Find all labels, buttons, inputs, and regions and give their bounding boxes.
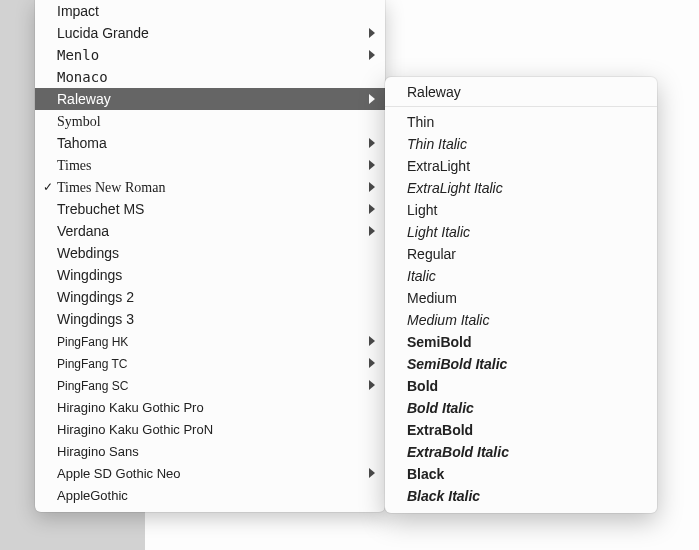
- font-menu-item-label: Apple SD Gothic Neo: [57, 463, 181, 485]
- font-style-item-label: Light Italic: [407, 224, 470, 240]
- font-menu-item[interactable]: Times: [35, 154, 385, 176]
- font-menu-item[interactable]: PingFang HK: [35, 330, 385, 352]
- font-menu-item[interactable]: Wingdings: [35, 264, 385, 286]
- chevron-right-icon: [369, 160, 375, 170]
- chevron-right-icon: [369, 138, 375, 148]
- font-style-item-label: ExtraLight Italic: [407, 180, 503, 196]
- font-style-item[interactable]: Medium: [385, 287, 657, 309]
- font-style-item-label: Medium: [407, 290, 457, 306]
- font-menu-item-label: Times New Roman: [57, 177, 165, 199]
- font-family-menu[interactable]: ImpactLucida GrandeMenloMonacoRalewaySym…: [35, 0, 385, 512]
- chevron-right-icon: [369, 50, 375, 60]
- font-style-item[interactable]: ExtraLight Italic: [385, 177, 657, 199]
- font-style-item[interactable]: ExtraBold: [385, 419, 657, 441]
- font-menu-item-label: Tahoma: [57, 132, 107, 154]
- font-menu-item[interactable]: ✓Times New Roman: [35, 176, 385, 198]
- font-menu-item[interactable]: Raleway: [35, 88, 385, 110]
- font-menu-item[interactable]: Menlo: [35, 44, 385, 66]
- font-menu-item-label: Lucida Grande: [57, 22, 149, 44]
- font-style-item-label: Thin: [407, 114, 434, 130]
- font-menu-item[interactable]: Webdings: [35, 242, 385, 264]
- font-menu-item[interactable]: Hiragino Sans: [35, 440, 385, 462]
- font-menu-item-label: Trebuchet MS: [57, 198, 144, 220]
- font-menu-item[interactable]: Lucida Grande: [35, 22, 385, 44]
- font-menu-item-label: Wingdings 2: [57, 286, 134, 308]
- chevron-right-icon: [369, 358, 375, 368]
- font-menu-item-label: Menlo: [57, 44, 99, 66]
- font-menu-item[interactable]: Apple SD Gothic Neo: [35, 462, 385, 484]
- font-menu-item-label: Hiragino Sans: [57, 441, 139, 463]
- font-menu-item[interactable]: Trebuchet MS: [35, 198, 385, 220]
- font-menu-item[interactable]: Hiragino Kaku Gothic Pro: [35, 396, 385, 418]
- font-menu-item[interactable]: PingFang TC: [35, 352, 385, 374]
- font-menu-item[interactable]: Tahoma: [35, 132, 385, 154]
- font-menu-item-label: Webdings: [57, 242, 119, 264]
- font-style-item[interactable]: Thin Italic: [385, 133, 657, 155]
- font-style-item-label: ExtraBold: [407, 422, 473, 438]
- font-style-item[interactable]: Thin: [385, 111, 657, 133]
- font-menu-item-label: Hiragino Kaku Gothic ProN: [57, 419, 213, 441]
- font-menu-item-label: Times: [57, 155, 92, 177]
- font-style-item-label: ExtraBold Italic: [407, 444, 509, 460]
- font-menu-item-label: Raleway: [57, 88, 111, 110]
- font-menu-item-label: AppleGothic: [57, 485, 128, 507]
- font-menu-item-label: Impact: [57, 0, 99, 22]
- font-menu-item-label: Symbol: [57, 111, 101, 133]
- font-menu-item-label: PingFang HK: [57, 331, 128, 353]
- font-menu-item-label: Wingdings: [57, 264, 122, 286]
- font-style-item[interactable]: Bold: [385, 375, 657, 397]
- font-style-item[interactable]: Light: [385, 199, 657, 221]
- font-menu-item[interactable]: Monaco: [35, 66, 385, 88]
- font-menu-item[interactable]: Verdana: [35, 220, 385, 242]
- chevron-right-icon: [369, 94, 375, 104]
- font-style-item[interactable]: SemiBold Italic: [385, 353, 657, 375]
- chevron-right-icon: [369, 336, 375, 346]
- font-style-item[interactable]: Medium Italic: [385, 309, 657, 331]
- chevron-right-icon: [369, 182, 375, 192]
- chevron-right-icon: [369, 204, 375, 214]
- checkmark-icon: ✓: [41, 176, 55, 198]
- font-menu-item-label: Wingdings 3: [57, 308, 134, 330]
- font-style-item-label: Black: [407, 466, 444, 482]
- font-style-item[interactable]: ExtraLight: [385, 155, 657, 177]
- font-style-item[interactable]: Black Italic: [385, 485, 657, 507]
- font-style-item-label: Bold Italic: [407, 400, 474, 416]
- font-menu-item-label: Hiragino Kaku Gothic Pro: [57, 397, 204, 419]
- font-menu-item[interactable]: AppleGothic: [35, 484, 385, 506]
- font-style-submenu[interactable]: Raleway ThinThin ItalicExtraLightExtraLi…: [385, 77, 657, 513]
- font-style-item-label: SemiBold: [407, 334, 472, 350]
- font-style-item-label: Bold: [407, 378, 438, 394]
- font-style-item-label: Regular: [407, 246, 456, 262]
- font-style-item[interactable]: Bold Italic: [385, 397, 657, 419]
- chevron-right-icon: [369, 468, 375, 478]
- font-menu-item-label: PingFang SC: [57, 375, 128, 397]
- font-style-item[interactable]: Regular: [385, 243, 657, 265]
- font-menu-item-label: PingFang TC: [57, 353, 127, 375]
- font-style-item[interactable]: SemiBold: [385, 331, 657, 353]
- font-style-item[interactable]: ExtraBold Italic: [385, 441, 657, 463]
- font-menu-item[interactable]: Symbol: [35, 110, 385, 132]
- font-style-item-label: Medium Italic: [407, 312, 489, 328]
- font-style-item-label: Thin Italic: [407, 136, 467, 152]
- submenu-title: Raleway: [385, 81, 657, 103]
- font-style-item[interactable]: Black: [385, 463, 657, 485]
- font-style-item-label: Black Italic: [407, 488, 480, 504]
- font-style-item-label: Light: [407, 202, 437, 218]
- font-menu-item[interactable]: Hiragino Kaku Gothic ProN: [35, 418, 385, 440]
- font-menu-item-label: Monaco: [57, 66, 108, 88]
- font-menu-item[interactable]: Impact: [35, 0, 385, 22]
- chevron-right-icon: [369, 226, 375, 236]
- font-menu-item[interactable]: Wingdings 3: [35, 308, 385, 330]
- font-style-item[interactable]: Italic: [385, 265, 657, 287]
- font-menu-item-label: Verdana: [57, 220, 109, 242]
- font-style-item[interactable]: Light Italic: [385, 221, 657, 243]
- font-style-item-label: ExtraLight: [407, 158, 470, 174]
- font-style-item-label: Italic: [407, 268, 436, 284]
- submenu-separator: [385, 106, 657, 107]
- chevron-right-icon: [369, 28, 375, 38]
- chevron-right-icon: [369, 380, 375, 390]
- font-menu-item[interactable]: Wingdings 2: [35, 286, 385, 308]
- font-menu-item[interactable]: PingFang SC: [35, 374, 385, 396]
- font-style-item-label: SemiBold Italic: [407, 356, 507, 372]
